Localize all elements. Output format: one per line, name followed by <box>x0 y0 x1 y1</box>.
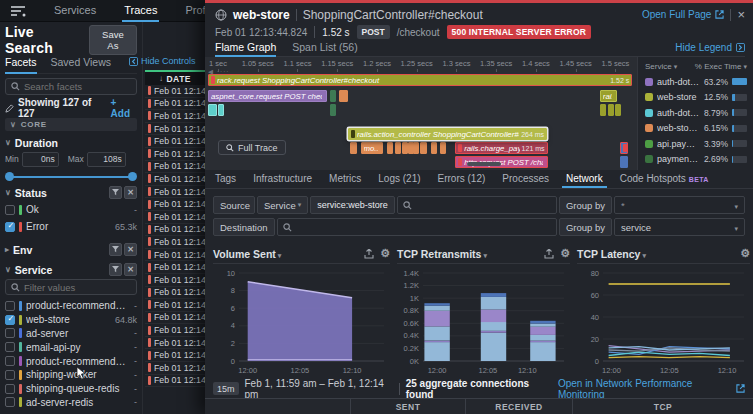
flame-canvas[interactable]: 1 sec1.05 secs1.1 secs1.15 secs1.2 secs1… <box>205 57 637 170</box>
section-tab[interactable]: Metrics <box>329 173 361 188</box>
legend-row[interactable]: web-store-mon... 6.15% <box>645 121 747 137</box>
sidebar-tab[interactable]: Saved Views <box>51 56 112 73</box>
duration-slider[interactable] <box>5 173 137 181</box>
trace-row[interactable]: Feb 01 12:14: <box>145 362 205 375</box>
sidebar-tab[interactable]: Facets <box>5 56 37 73</box>
service-facet-row[interactable]: shipping-worker - <box>5 368 137 382</box>
trace-row[interactable]: Feb 01 12:14: <box>145 186 205 199</box>
flame-span[interactable] <box>387 142 393 154</box>
flame-span[interactable] <box>330 104 336 116</box>
hide-controls-button[interactable]: Hide Controls <box>129 56 196 66</box>
gear-icon[interactable]: ⚙ <box>560 248 570 259</box>
service-facet-row[interactable]: product-recommendati... - <box>5 299 137 313</box>
service-facet-row[interactable]: web-store 64.8k <box>5 313 137 327</box>
trace-row[interactable]: Feb 01 12:14: <box>145 261 205 274</box>
facet-checkbox[interactable] <box>5 301 15 311</box>
status-facet-row[interactable]: Error 65.3k <box>5 220 137 233</box>
service-facet-row[interactable]: shipping-queue-redis - <box>5 382 137 396</box>
trace-row[interactable]: Feb 01 12:14: <box>145 123 205 136</box>
legend-row[interactable]: auth-dotnet 63.2% <box>645 74 747 90</box>
nav-item[interactable]: Traces <box>124 0 157 22</box>
flame-horizontal-scrollbar[interactable] <box>467 162 501 166</box>
section-tab[interactable]: Errors (12) <box>438 173 486 188</box>
facet-checkbox[interactable] <box>5 384 15 394</box>
trace-row[interactable]: Feb 01 12:14: <box>145 85 205 98</box>
flame-span[interactable]: rai... <box>600 90 617 102</box>
section-tab[interactable]: Infrastructure <box>253 173 312 188</box>
env-facet-header[interactable]: Env ✕ <box>5 243 137 256</box>
flame-span[interactable]: rack.request ShoppingCartController#chec… <box>208 74 632 86</box>
duration-max-input[interactable] <box>87 152 126 167</box>
time-window-badge[interactable]: 15m <box>213 382 239 395</box>
trace-row[interactable]: Feb 01 12:14: <box>145 148 205 161</box>
export-icon[interactable] <box>544 249 554 259</box>
service-facet-row[interactable]: ad-server-redis - <box>5 396 137 410</box>
section-tab[interactable]: Processes <box>502 173 549 188</box>
slider-knob-max[interactable] <box>128 172 137 181</box>
source-type-dropdown[interactable]: Service <box>257 196 308 214</box>
status-facet-header[interactable]: Status ✕ <box>5 186 137 199</box>
service-clear-icon[interactable]: ✕ <box>124 263 137 276</box>
open-full-page-link[interactable]: Open Full Page <box>642 9 725 20</box>
trace-row[interactable]: Feb 01 12:14: <box>145 161 205 174</box>
slider-knob-min[interactable] <box>5 172 14 181</box>
destination-search-field[interactable] <box>296 222 551 233</box>
trace-row[interactable]: Feb 01 12:14: <box>145 198 205 211</box>
flame-span[interactable] <box>218 104 224 116</box>
filter-values-field[interactable] <box>24 282 131 293</box>
filter-values-input[interactable] <box>5 279 137 295</box>
duration-facet-header[interactable]: Duration <box>5 136 137 149</box>
flame-span[interactable] <box>600 104 606 116</box>
hide-legend-button[interactable]: Hide Legend <box>675 42 745 53</box>
trace-row[interactable]: Feb 01 12:14: <box>145 211 205 224</box>
trace-row[interactable]: Feb 01 12:14: <box>145 299 205 312</box>
trace-row[interactable]: Feb 01 12:14: <box>145 135 205 148</box>
legend-exec-column[interactable]: % Exec Time <box>695 62 747 71</box>
gear-icon[interactable]: ⚙ <box>380 248 390 259</box>
status-facet-row[interactable]: Ok - <box>5 203 137 216</box>
trace-row[interactable]: Feb 01 12:14: <box>145 375 205 388</box>
service-facet-header[interactable]: Service ✕ <box>5 263 137 276</box>
flame-span[interactable] <box>420 142 428 154</box>
source-search-field[interactable] <box>416 200 551 211</box>
facet-checkbox[interactable] <box>5 205 15 215</box>
save-as-button[interactable]: Save As <box>89 25 137 55</box>
flame-span[interactable]: mo... <box>361 142 383 154</box>
trace-row[interactable]: Feb 01 12:14: <box>145 249 205 262</box>
source-group-by-select[interactable]: * <box>614 196 745 214</box>
facet-checkbox[interactable] <box>5 397 15 407</box>
facet-checkbox[interactable] <box>5 342 15 352</box>
volume-sent-plot[interactable]: 024681012:0012:0512:10 <box>213 265 390 377</box>
tab-flame-graph[interactable]: Flame Graph <box>215 41 276 56</box>
facet-checkbox[interactable] <box>5 356 15 366</box>
flame-span[interactable] <box>431 142 437 154</box>
service-facet-row[interactable]: ad-server - <box>5 327 137 341</box>
facet-checkbox[interactable] <box>5 222 15 232</box>
tcp-retransmits-title[interactable]: TCP Retransmits <box>397 248 487 260</box>
tcp-latency-plot[interactable]: 02040608012:0012:0512:10 <box>577 265 750 377</box>
service-filter-icon[interactable] <box>109 263 122 276</box>
bits-menu-icon[interactable] <box>10 5 26 17</box>
column-connection[interactable] <box>205 399 350 414</box>
flame-span[interactable]: rails.action_controller ShoppingCartCont… <box>348 128 547 140</box>
trace-row[interactable]: Feb 01 12:14: <box>145 337 205 350</box>
trace-row[interactable]: Feb 01 12:14: <box>145 173 205 186</box>
trace-row[interactable]: Feb 01 12:14: <box>145 312 205 325</box>
section-tab[interactable]: Logs (21) <box>378 173 420 188</box>
flame-span[interactable] <box>608 104 614 116</box>
search-facets-input[interactable] <box>5 78 137 95</box>
close-panel-button[interactable]: × <box>737 8 745 21</box>
flame-span[interactable]: aspnet_core.request POST check-token <box>208 90 327 102</box>
core-group-header[interactable]: CORE <box>5 118 137 131</box>
source-filter-tag[interactable]: service:web-store <box>310 196 395 214</box>
destination-search-input[interactable] <box>277 218 557 236</box>
trace-row[interactable]: Feb 01 12:14: <box>145 110 205 123</box>
legend-row[interactable]: payment-postg... 2.69% <box>645 152 747 168</box>
section-tab[interactable]: Code HotspotsBETA <box>620 173 709 188</box>
flame-span[interactable] <box>620 156 628 168</box>
env-clear-icon[interactable]: ✕ <box>124 243 137 256</box>
flame-span[interactable] <box>413 142 419 154</box>
flame-span[interactable] <box>440 142 446 154</box>
flame-span[interactable] <box>330 90 336 102</box>
facet-checkbox[interactable] <box>5 315 15 325</box>
